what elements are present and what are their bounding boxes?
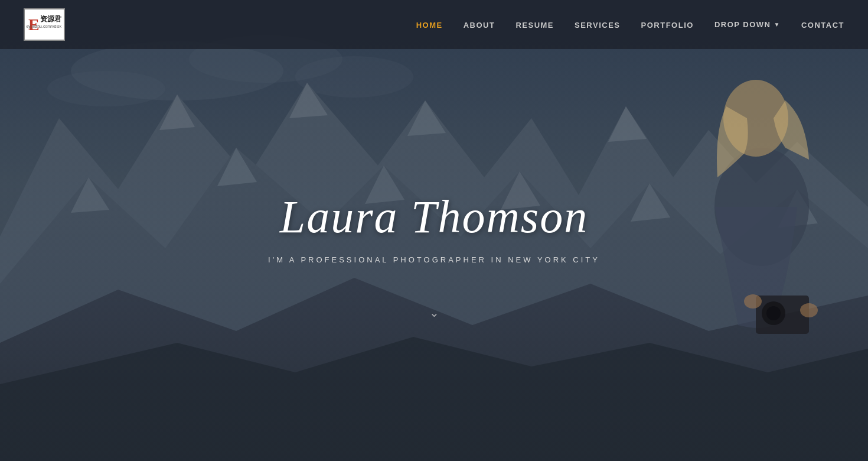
chevron-down-scroll-icon: ⌄	[429, 306, 439, 319]
logo[interactable]: E 资源君 eyunzhu.com/vdisk	[24, 8, 65, 41]
nav-item-resume: RESUME	[515, 20, 554, 30]
nav-item-home: HOME	[416, 20, 443, 30]
chevron-down-icon: ▼	[774, 21, 781, 28]
nav-link-portfolio[interactable]: PORTFOLIO	[641, 21, 694, 30]
logo-url: eyunzhu.com/vdisk	[26, 24, 61, 28]
nav-item-about: ABOUT	[464, 20, 495, 30]
nav-link-about[interactable]: ABOUT	[464, 21, 495, 30]
navbar: E 资源君 eyunzhu.com/vdisk HOME ABOUT RESUM…	[0, 0, 868, 49]
nav-link-resume[interactable]: RESUME	[515, 21, 554, 30]
nav-link-dropdown[interactable]: DROP DOWN ▼	[714, 20, 781, 29]
nav-link-home[interactable]: HOME	[416, 21, 443, 30]
nav-links: HOME ABOUT RESUME SERVICES PORTFOLIO DRO…	[416, 20, 844, 30]
scroll-down-button[interactable]: ⌄	[429, 306, 439, 320]
nav-item-dropdown: DROP DOWN ▼	[714, 20, 781, 29]
nav-item-contact: CONTACT	[801, 20, 844, 30]
logo-text: 资源君 eyunzhu.com/vdisk	[26, 14, 61, 28]
hero-name: Laura Thomson	[280, 190, 588, 244]
hero-subtitle: I'M A PROFESSIONAL PHOTOGRAPHER IN NEW Y…	[268, 255, 600, 264]
nav-link-services[interactable]: SERVICES	[575, 21, 621, 30]
logo-chinese: 资源君	[40, 14, 61, 24]
nav-link-contact[interactable]: CONTACT	[801, 21, 844, 30]
logo-box: E 资源君 eyunzhu.com/vdisk	[24, 8, 65, 41]
nav-link-dropdown-label: DROP DOWN	[714, 20, 771, 29]
nav-item-services: SERVICES	[575, 20, 621, 30]
hero-section: Laura Thomson I'M A PROFESSIONAL PHOTOGR…	[0, 49, 868, 461]
nav-item-portfolio: PORTFOLIO	[641, 20, 694, 30]
